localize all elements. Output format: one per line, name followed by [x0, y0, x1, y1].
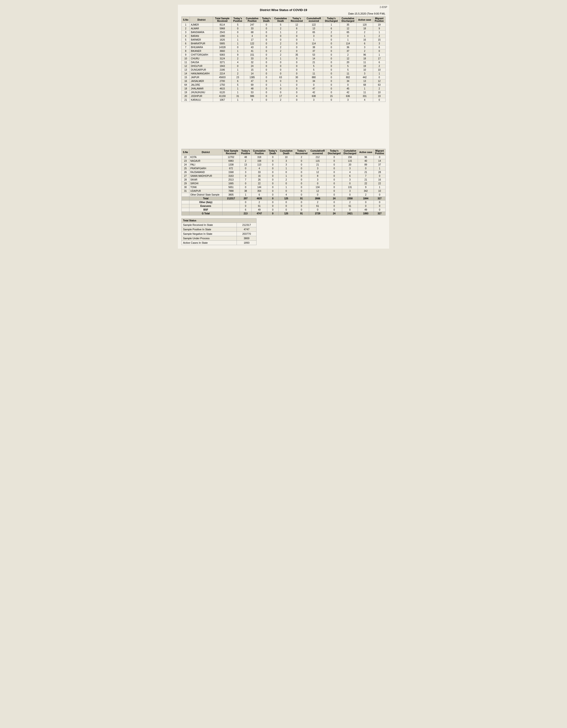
- table-cell: 1: [232, 87, 244, 91]
- table-cell: 2: [342, 200, 358, 204]
- table-cell: 1: [232, 91, 244, 94]
- table-cell: 6: [252, 193, 267, 197]
- col-cum-pos2: CumulativePositive: [252, 149, 267, 155]
- table-cell: 0: [289, 61, 304, 64]
- table-cell: HANUMANGARH: [190, 72, 213, 76]
- table-cell: 65: [339, 31, 356, 34]
- table-cell: JODHPUR: [190, 94, 213, 98]
- table-cell: 35: [289, 53, 304, 57]
- table-cell: 5: [182, 38, 190, 42]
- table-cell: 2: [373, 87, 385, 91]
- table-cell: 0: [373, 98, 385, 102]
- total-row: Other (Italy)0200020200: [182, 200, 385, 204]
- table-cell: 0: [273, 34, 289, 38]
- table-cell: 0: [289, 46, 304, 49]
- table-cell: 30: [289, 76, 304, 79]
- table-cell: 0: [374, 155, 385, 159]
- table-cell: 16: [374, 178, 385, 182]
- table-cell: 0: [267, 197, 279, 200]
- summary-value: 212317: [237, 223, 257, 227]
- table-cell: 14: [244, 72, 260, 76]
- table-cell: 26: [182, 170, 190, 174]
- table-cell: Total: [190, 197, 223, 200]
- table-cell: 15: [373, 38, 385, 42]
- table-row: 20JODHPUR411593198601746381563633119: [182, 94, 385, 98]
- table-cell: 0: [339, 83, 356, 87]
- table-row: 8BIKANER36601410203703720: [182, 49, 385, 53]
- table-row: 28SIKAR25137260203032116: [182, 178, 385, 182]
- table-cell: 2: [323, 31, 339, 34]
- table-cell: 0: [323, 98, 339, 102]
- table-cell: 69: [244, 83, 260, 87]
- table-cell: 1: [240, 193, 252, 197]
- table-cell: 0: [261, 53, 273, 57]
- summary-label: Active Cases In State: [182, 241, 237, 245]
- table-cell: 0: [267, 167, 279, 170]
- table-cell: 0: [279, 200, 294, 204]
- table-cell: 34: [339, 79, 356, 83]
- table-cell: 20: [342, 163, 358, 167]
- table-cell: 2: [273, 98, 289, 102]
- table-cell: 442: [356, 76, 373, 79]
- table-cell: UDAIPUR: [190, 189, 223, 193]
- table-cell: 21: [358, 178, 374, 182]
- table-cell: 0: [323, 64, 339, 68]
- table-cell: [222, 204, 240, 208]
- table-cell: 24: [182, 163, 190, 167]
- table-cell: 0: [326, 185, 342, 189]
- table-cell: 113: [252, 163, 267, 167]
- table-cell: 212317: [222, 197, 240, 200]
- table-cell: Other (Italy): [190, 200, 223, 204]
- table-cell: 158: [252, 159, 267, 163]
- table-cell: 1665: [222, 182, 240, 185]
- table-cell: 0: [323, 53, 339, 57]
- table-cell: 0: [326, 204, 342, 208]
- table-cell: 0: [279, 208, 294, 212]
- table-cell: 0: [374, 174, 385, 178]
- table-cell: 47: [304, 87, 323, 91]
- table-cell: 10: [182, 57, 190, 61]
- table-cell: 5968: [213, 27, 232, 31]
- col-cum-dis: CumulativeDischarged: [339, 17, 356, 23]
- table-cell: 96: [358, 155, 374, 159]
- table-cell: 0: [323, 87, 339, 91]
- table-cell: 0: [240, 174, 252, 178]
- table-cell: 0: [261, 23, 273, 27]
- table-cell: 2: [289, 31, 304, 34]
- table-cell: 35: [339, 23, 356, 27]
- table-cell: 0: [326, 159, 342, 163]
- table-cell: 0: [374, 204, 385, 208]
- table-cell: 13: [356, 79, 373, 83]
- table-cell: 0: [326, 200, 342, 204]
- table-row: 7BHILWARA143280430203803636: [182, 46, 385, 49]
- table-cell: 0: [374, 200, 385, 204]
- table-cell: 636: [339, 94, 356, 98]
- table-row: 31UDAIPUR788838354000120334210: [182, 189, 385, 193]
- table-cell: 0: [261, 49, 273, 53]
- table-cell: 12: [309, 170, 326, 174]
- table-cell: 0: [374, 193, 385, 197]
- col-today-pos2: Today'sPositive: [240, 149, 252, 155]
- table-cell: 318: [252, 155, 267, 159]
- table-cell: 1568: [222, 170, 240, 174]
- summary-label: Sample Negative In State: [182, 232, 237, 236]
- table-cell: 40: [358, 159, 374, 163]
- table-cell: 0: [289, 91, 304, 94]
- table-cell: 0: [309, 193, 326, 197]
- covid-table-1: S.No District Total SampleReceived Today…: [182, 16, 385, 102]
- table-row: 21KARAULI10671902030340: [182, 98, 385, 102]
- table-cell: 2358: [342, 197, 358, 200]
- table-cell: 19: [182, 91, 190, 94]
- table-cell: 42: [304, 91, 323, 94]
- table-cell: 3: [279, 159, 294, 163]
- table-cell: 2729: [309, 212, 326, 216]
- table-cell: 10: [279, 155, 294, 159]
- table-cell: 31: [182, 189, 190, 193]
- table-cell: 47: [244, 79, 260, 83]
- table-cell: 9: [373, 27, 385, 31]
- table-cell: 0: [267, 163, 279, 167]
- table-cell: 24: [244, 64, 260, 68]
- col-today-rec2: Today'sRecovered: [294, 149, 309, 155]
- table-cell: 14: [182, 72, 190, 76]
- table-cell: 14328: [213, 46, 232, 49]
